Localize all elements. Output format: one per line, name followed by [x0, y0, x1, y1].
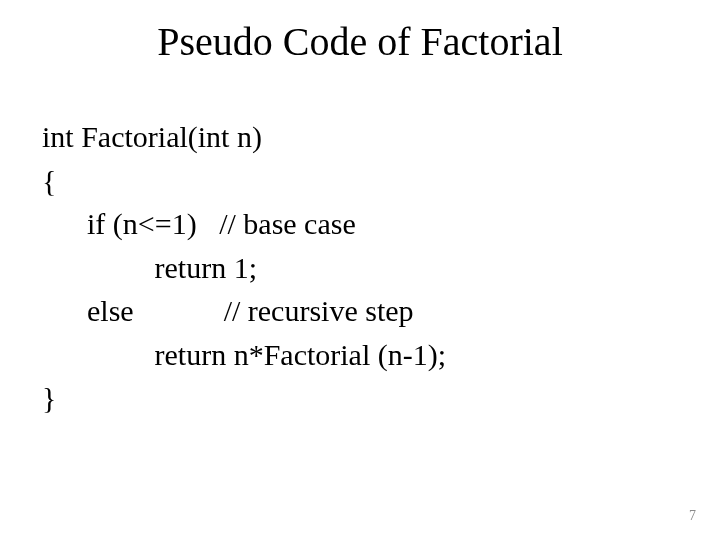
code-line-4: return 1; [42, 251, 257, 284]
code-line-2: { [42, 164, 56, 197]
page-number: 7 [689, 508, 696, 524]
code-line-5: else // recursive step [42, 294, 414, 327]
code-line-1: int Factorial(int n) [42, 120, 262, 153]
code-line-7: } [42, 381, 56, 414]
code-block: int Factorial(int n) { if (n<=1) // base… [42, 115, 446, 420]
slide-title: Pseudo Code of Factorial [0, 18, 720, 65]
code-line-3: if (n<=1) // base case [42, 207, 356, 240]
code-line-6: return n*Factorial (n-1); [42, 338, 446, 371]
slide: Pseudo Code of Factorial int Factorial(i… [0, 0, 720, 540]
